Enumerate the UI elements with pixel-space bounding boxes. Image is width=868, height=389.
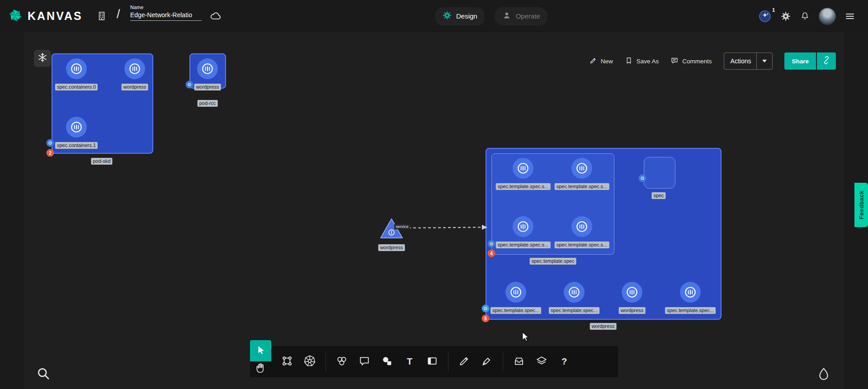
tab-design[interactable]: Design [435, 7, 485, 25]
provider-badge-icon[interactable]: 1 [758, 9, 772, 23]
feedback-tab[interactable]: Feedback [854, 183, 868, 227]
user-avatar[interactable] [819, 8, 836, 25]
header-right-cluster: 1 [758, 0, 855, 32]
new-button[interactable]: New [589, 57, 613, 66]
cloud-icon[interactable] [209, 10, 222, 23]
layers-icon [535, 355, 548, 369]
container-node[interactable] [505, 282, 526, 303]
container-node[interactable] [66, 58, 87, 79]
save-as-button[interactable]: Save As [625, 57, 659, 66]
pen-tool-button[interactable] [476, 346, 498, 377]
comments-button-label: Comments [682, 58, 712, 65]
new-button-label: New [601, 58, 613, 65]
container-node[interactable] [66, 117, 87, 138]
pointer-tools-column [250, 346, 271, 377]
zoom-button[interactable] [35, 365, 52, 382]
pen-tool-icon [481, 355, 493, 369]
node-label: spec.containers.1 [55, 142, 98, 149]
container-node[interactable] [513, 216, 533, 237]
container-node[interactable] [680, 282, 701, 303]
drawer-icon [513, 355, 525, 369]
link-icon [822, 56, 831, 66]
actions-divider [756, 53, 757, 69]
group-label: pod-skd [91, 158, 112, 165]
kubernetes-badge-icon[interactable] [186, 81, 193, 89]
logo-text: KANVAS [28, 9, 83, 23]
design-name-input[interactable] [130, 10, 202, 21]
droplet-button[interactable] [816, 366, 831, 381]
kanvas-logo[interactable]: KANVAS [7, 0, 83, 32]
components-tool-button[interactable] [276, 346, 298, 377]
node-label: spec.template.spec.s... [496, 183, 551, 190]
caret-down-icon [762, 60, 767, 62]
error-count-badge[interactable]: 4 [488, 250, 495, 257]
kubernetes-badge-icon[interactable] [47, 139, 54, 147]
kanvas-app: KANVAS / Name [0, 0, 868, 389]
operate-person-icon [502, 10, 512, 22]
pencil-icon [589, 57, 597, 66]
container-node[interactable] [571, 158, 592, 179]
node-label: spec.template.spec... [491, 307, 541, 314]
container-node[interactable] [622, 282, 642, 303]
pencil-tool-button[interactable] [453, 346, 476, 377]
node-label: wordpress [378, 244, 405, 251]
actions-dropdown-button[interactable]: Actions [724, 52, 773, 70]
tab-operate-label: Operate [516, 12, 540, 20]
left-rail [0, 32, 25, 389]
service-deployment-edge[interactable] [400, 223, 490, 232]
spec-node[interactable] [644, 157, 675, 189]
tab-operate[interactable]: Operate [495, 7, 547, 25]
container-node[interactable] [571, 216, 592, 237]
group-label: spec.template.spec [530, 258, 576, 265]
save-as-button-label: Save As [637, 58, 659, 65]
sticker-tool-button[interactable] [376, 346, 398, 377]
comment-tool-button[interactable] [353, 346, 376, 377]
container-node[interactable] [564, 282, 585, 303]
canvas-action-bar: New Save As Comments Actions Share [589, 52, 836, 70]
bottom-toolbar: T [250, 346, 618, 377]
frame-tool-button[interactable] [421, 346, 443, 377]
text-tool-button[interactable]: T [398, 346, 421, 377]
name-field-label: Name [130, 5, 203, 10]
kubernetes-tool-button[interactable] [298, 346, 321, 377]
toolbar-separator [503, 352, 503, 372]
select-tool-button[interactable] [250, 340, 271, 361]
mode-tabs: Design Operate [435, 0, 547, 32]
design-name-block: Name [130, 5, 203, 21]
snowflake-button[interactable] [34, 50, 51, 67]
spec-template-group[interactable] [491, 153, 614, 255]
help-tool-button[interactable]: ? [553, 346, 576, 377]
container-node[interactable] [124, 58, 145, 79]
organization-icon[interactable] [96, 10, 108, 22]
error-count-badge[interactable]: 2 [47, 149, 54, 157]
kubernetes-badge-icon[interactable] [482, 305, 490, 313]
container-node[interactable] [197, 58, 218, 79]
node-label: spec.template.spec.s... [555, 183, 609, 190]
text-tool-icon: T [407, 356, 412, 367]
app-header: KANVAS / Name [0, 0, 868, 32]
kubernetes-badge-icon[interactable] [488, 240, 495, 248]
copy-link-button[interactable] [817, 52, 836, 70]
shapes-tool-button[interactable] [330, 346, 353, 377]
node-label: wordpress [619, 307, 646, 314]
bookmark-icon [625, 57, 633, 66]
drawer-tool-button[interactable] [508, 346, 530, 377]
node-label: spec.template.spec.s... [555, 242, 609, 248]
components-icon [281, 355, 293, 369]
help-icon: ? [561, 356, 567, 367]
container-node[interactable] [513, 158, 533, 179]
comments-button[interactable]: Comments [670, 57, 712, 66]
share-group: Share [784, 52, 836, 70]
settings-gear-icon[interactable] [780, 11, 791, 22]
node-label: spec.template.spec... [549, 307, 599, 314]
pan-tool-button[interactable] [254, 363, 268, 375]
layers-tool-button[interactable] [530, 346, 553, 377]
cursor-arrow-icon [256, 345, 266, 356]
kubernetes-badge-icon[interactable] [639, 175, 646, 182]
share-button[interactable]: Share [784, 52, 816, 70]
node-label: spec.template.spec... [665, 307, 716, 314]
notifications-bell-icon[interactable] [800, 11, 810, 21]
menu-icon[interactable] [844, 11, 855, 22]
error-count-badge[interactable]: 5 [482, 315, 490, 323]
provider-notification-count: 1 [772, 7, 775, 13]
